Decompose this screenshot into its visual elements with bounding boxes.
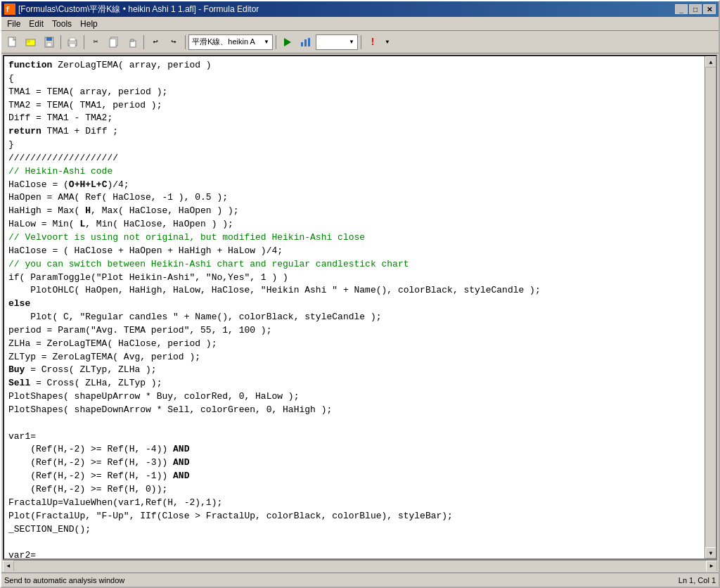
h-scroll-track[interactable] xyxy=(14,561,706,572)
menu-help[interactable]: Help xyxy=(76,18,102,30)
toolbar-sep-5 xyxy=(276,35,276,49)
error-button[interactable]: ! xyxy=(364,34,381,51)
open-button[interactable] xyxy=(22,34,39,51)
svg-rect-18 xyxy=(308,38,310,46)
svg-rect-7 xyxy=(47,43,51,46)
error-dropdown[interactable]: ▼ xyxy=(382,34,392,51)
code-line-1: function ZeroLagTEMA( array, period ) { … xyxy=(8,60,546,558)
status-left-text: Send to automatic analysis window xyxy=(4,576,124,584)
paste-button[interactable] xyxy=(124,34,141,51)
title-text: [Formulas\Custom\平滑K線 • heikin Ashi 1 1.… xyxy=(18,4,259,15)
title-bar-buttons: _ □ ✕ xyxy=(675,4,716,14)
svg-rect-4 xyxy=(26,41,30,42)
svg-rect-14 xyxy=(131,39,134,41)
toolbar: ✂ ↩ ↪ 平滑K線、heikin A ▼ ▼ ! ▼ xyxy=(1,31,719,53)
toolbar-sep-4 xyxy=(185,35,186,49)
analysis-dropdown[interactable]: ▼ xyxy=(316,34,358,50)
toolbar-sep-3 xyxy=(143,35,144,49)
code-scroll-area[interactable]: function ZeroLagTEMA( array, period ) { … xyxy=(4,56,705,558)
title-bar-left: f [Formulas\Custom\平滑K線 • heikin Ashi 1 … xyxy=(4,4,259,15)
svg-rect-3 xyxy=(26,39,35,46)
main-window: f [Formulas\Custom\平滑K線 • heikin Ashi 1 … xyxy=(0,0,720,588)
new-button[interactable] xyxy=(4,34,21,51)
scroll-right-button[interactable]: ► xyxy=(706,561,717,572)
undo-button[interactable]: ↩ xyxy=(147,34,164,51)
svg-rect-6 xyxy=(46,37,52,41)
horizontal-scrollbar[interactable]: ◄ ► xyxy=(3,560,717,571)
copy-button[interactable] xyxy=(105,34,122,51)
status-right-text: Ln 1, Col 1 xyxy=(679,576,716,584)
svg-marker-15 xyxy=(284,38,291,46)
scroll-up-button[interactable]: ▲ xyxy=(705,56,716,68)
svg-text:f: f xyxy=(6,6,10,14)
toolbar-sep-6 xyxy=(361,35,361,49)
minimize-button[interactable]: _ xyxy=(675,4,688,14)
scroll-left-button[interactable]: ◄ xyxy=(3,561,14,572)
svg-rect-17 xyxy=(304,39,307,46)
maximize-button[interactable]: □ xyxy=(689,4,702,14)
scroll-track[interactable] xyxy=(705,68,716,547)
svg-rect-16 xyxy=(301,42,303,46)
chart-button[interactable] xyxy=(297,34,314,51)
toolbar-sep-1 xyxy=(60,35,61,49)
app-icon: f xyxy=(4,4,15,15)
menu-bar: File Edit Tools Help xyxy=(1,17,719,31)
svg-rect-10 xyxy=(70,44,75,47)
redo-button[interactable]: ↪ xyxy=(165,34,182,51)
status-bar: Send to automatic analysis window Ln 1, … xyxy=(1,573,719,587)
print-button[interactable] xyxy=(64,34,81,51)
vertical-scrollbar[interactable]: ▲ ▼ xyxy=(705,56,716,558)
toolbar-sep-2 xyxy=(84,35,84,49)
formula-dropdown-arrow: ▼ xyxy=(264,39,269,45)
formula-dropdown-text: 平滑K線、heikin A xyxy=(192,37,262,47)
formula-dropdown[interactable]: 平滑K線、heikin A ▼ xyxy=(188,34,273,50)
analysis-dropdown-arrow: ▼ xyxy=(349,39,354,45)
svg-rect-9 xyxy=(70,38,75,41)
code-content[interactable]: function ZeroLagTEMA( array, period ) { … xyxy=(4,56,705,558)
svg-rect-12 xyxy=(110,39,116,47)
save-button[interactable] xyxy=(41,34,58,51)
title-bar: f [Formulas\Custom\平滑K線 • heikin Ashi 1 … xyxy=(1,1,719,17)
editor-wrapper: function ZeroLagTEMA( array, period ) { … xyxy=(3,55,717,571)
scroll-down-button[interactable]: ▼ xyxy=(705,547,716,558)
cut-button[interactable]: ✂ xyxy=(87,34,104,51)
menu-file[interactable]: File xyxy=(3,18,25,30)
run-button[interactable] xyxy=(279,34,296,51)
editor-inner: function ZeroLagTEMA( array, period ) { … xyxy=(3,55,717,560)
menu-tools[interactable]: Tools xyxy=(48,18,76,30)
menu-edit[interactable]: Edit xyxy=(25,18,48,30)
close-button[interactable]: ✕ xyxy=(703,4,716,14)
